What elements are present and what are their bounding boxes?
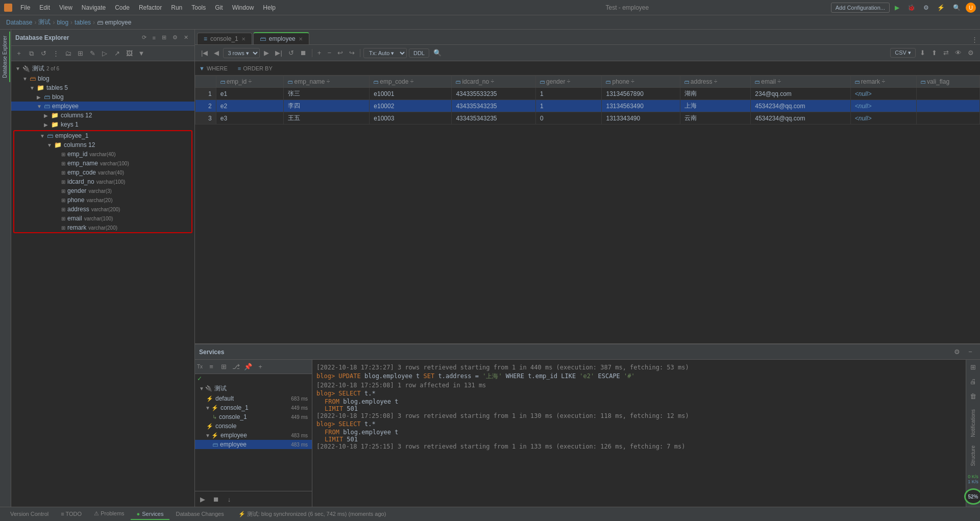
debug-btn[interactable]: 🐞 [904, 3, 918, 13]
cell-empid-1[interactable]: e1 [216, 88, 284, 100]
tree-row-email[interactable]: ⊞ email varchar(100) [14, 214, 191, 223]
svc-item-employee-parent[interactable]: ▼ ⚡ employee 483 ms [195, 431, 312, 440]
tree-item-employee1-columns[interactable]: ▼ 📁 columns 12 [14, 140, 191, 150]
coverage-btn[interactable]: ⚙ [920, 3, 932, 13]
rs-btn-2[interactable]: 🖨 [967, 376, 979, 386]
ddl-btn[interactable]: DDL [409, 48, 429, 58]
menu-refactor[interactable]: Refactor [135, 3, 166, 12]
rs-btn-1[interactable]: ⊞ [967, 362, 979, 372]
filter-objects-btn[interactable]: ⋮ [50, 48, 61, 59]
cell-gender-3[interactable]: 0 [536, 112, 602, 125]
csv-export-btn[interactable]: CSV ▾ [890, 48, 916, 58]
status-tab-problems[interactable]: ⚠ Problems [88, 508, 131, 520]
col-header-empcode[interactable]: 🗃emp_code ÷ [370, 76, 452, 88]
cell-empid-2[interactable]: e2 [216, 100, 284, 112]
cell-gender-2[interactable]: 1 [536, 100, 602, 112]
search-btn[interactable]: 🔍 [950, 3, 964, 13]
menu-help[interactable]: Help [259, 3, 280, 12]
cell-empid-3[interactable]: e3 [216, 112, 284, 125]
edit-btn[interactable]: ✎ [87, 48, 98, 59]
tab-console1-close[interactable]: ✕ [241, 36, 246, 42]
svc-add-btn[interactable]: + [255, 361, 266, 373]
tree-item-tables[interactable]: ▼ 📁 tables 5 [11, 83, 194, 92]
cell-email-1[interactable]: 234@qq.com [751, 88, 850, 100]
copy-btn[interactable]: ⧉ [26, 48, 37, 59]
tx-select[interactable]: Tx: Auto ▾ [363, 48, 407, 58]
cell-phone-2[interactable]: 13134563490 [602, 100, 680, 112]
menu-code[interactable]: Code [111, 3, 134, 12]
tree-row-emp-name[interactable]: ⊞ emp_name varchar(100) [14, 159, 191, 168]
cell-valiflag-3[interactable] [917, 112, 980, 125]
col-settings-btn[interactable]: ⚙ [966, 48, 976, 58]
svc-item-console1-child[interactable]: ↳ console_1 449 ms [195, 412, 312, 421]
cell-empname-2[interactable]: 李四 [284, 100, 370, 112]
col-header-idcardno[interactable]: 🗃idcard_no ÷ [452, 76, 536, 88]
services-minimize-btn[interactable]: − [965, 346, 976, 358]
status-tab-todo[interactable]: ≡ TODO [55, 508, 88, 520]
profile-btn[interactable]: ⚡ [934, 3, 948, 13]
col-header-empid[interactable]: 🗃emp_id ÷ [216, 76, 284, 88]
cell-address-2[interactable]: 上海 [680, 100, 750, 112]
cell-idcard-1[interactable]: 434335533235 [452, 88, 536, 100]
col-header-gender[interactable]: 🗃gender ÷ [536, 76, 602, 88]
menu-view[interactable]: View [55, 3, 77, 12]
menu-file[interactable]: File [16, 3, 34, 12]
vert-tab-db-explorer[interactable]: Database Explorer [1, 32, 10, 82]
cell-remark-3[interactable]: <null> [850, 112, 916, 125]
svc-item-console1[interactable]: ▼ ⚡ console_1 449 ms [195, 403, 312, 412]
tree-item-employee-columns[interactable]: ▶ 📁 columns 12 [11, 111, 194, 120]
tree-row-phone[interactable]: ⊞ phone varchar(20) [14, 195, 191, 205]
svc-item-default[interactable]: ⚡ default 683 ms [195, 394, 312, 403]
bc-database[interactable]: Database [6, 19, 32, 26]
rs-btn-3[interactable]: 🗑 [967, 391, 979, 401]
bc-schema[interactable]: 测试 [38, 18, 51, 27]
tree-row-address[interactable]: ⊞ address varchar(200) [14, 205, 191, 214]
cell-address-3[interactable]: 云南 [680, 112, 750, 125]
download-btn[interactable]: ⬇ [918, 48, 927, 58]
cell-idcard-2[interactable]: 434335343235 [452, 100, 536, 112]
tree-row-remark[interactable]: ⊞ remark varchar(200) [14, 223, 191, 232]
col-header-address[interactable]: 🗃address ÷ [680, 76, 750, 88]
cell-email-2[interactable]: 4534234@qq.com [751, 100, 850, 112]
sidebar-settings-btn[interactable]: ⚙ [170, 33, 180, 42]
svc-list-btn[interactable]: ≡ [206, 361, 217, 373]
svc-item-root[interactable]: ▼ 🔌 测试 [195, 383, 312, 394]
menu-window[interactable]: Window [228, 3, 258, 12]
cell-phone-1[interactable]: 13134567890 [602, 88, 680, 100]
view-btn[interactable]: 👁 [953, 48, 964, 58]
schema-btn[interactable]: 🗂 [62, 48, 74, 59]
menu-git[interactable]: Git [211, 3, 227, 12]
svc-item-employee-child[interactable]: 🗃 employee 483 ms [195, 440, 312, 449]
cell-valiflag-2[interactable] [917, 100, 980, 112]
redo-btn[interactable]: ↪ [347, 48, 357, 58]
status-tab-db-changes[interactable]: Database Changes [169, 508, 230, 520]
menu-run[interactable]: Run [167, 3, 186, 12]
stop-btn[interactable]: ⏹ [298, 48, 309, 58]
reload-btn[interactable]: ↺ [286, 48, 296, 58]
svc-pin-btn[interactable]: 📌 [242, 361, 254, 373]
refresh-btn[interactable]: ↺ [38, 48, 49, 59]
cell-remark-1[interactable]: <null> [850, 88, 916, 100]
cell-phone-3[interactable]: 1313343490 [602, 112, 680, 125]
svc-branch-btn[interactable]: ⎇ [230, 361, 241, 373]
services-settings-btn[interactable]: ⚙ [951, 346, 963, 358]
cell-idcard-3[interactable]: 433435343235 [452, 112, 536, 125]
col-header-remark[interactable]: 🗃remark ÷ [850, 76, 916, 88]
cell-address-1[interactable]: 湖南 [680, 88, 750, 100]
compare-btn[interactable]: ⇄ [941, 48, 951, 58]
svc-play-btn[interactable]: ▶ [197, 493, 208, 505]
cell-empcode-2[interactable]: e10002 [370, 100, 452, 112]
tab-employee-close[interactable]: ✕ [299, 36, 303, 42]
menu-tools[interactable]: Tools [187, 3, 210, 12]
tree-item-root[interactable]: ▼ 🔌 测试 2 of 6 [11, 63, 194, 74]
sidebar-list-btn[interactable]: ≡ [151, 33, 158, 42]
next-page-btn[interactable]: ▶ [262, 48, 271, 58]
prev-page-btn[interactable]: ◀ [212, 48, 221, 58]
last-page-btn[interactable]: ▶| [273, 48, 284, 58]
image-btn[interactable]: 🖼 [124, 48, 135, 59]
jump-btn[interactable]: ↗ [111, 48, 122, 59]
tree-row-emp-code[interactable]: ⊞ emp_code varchar(40) [14, 168, 191, 177]
cell-empcode-3[interactable]: e10003 [370, 112, 452, 125]
first-page-btn[interactable]: |◀ [199, 48, 210, 58]
sidebar-filter-btn[interactable]: ⊞ [160, 33, 168, 42]
